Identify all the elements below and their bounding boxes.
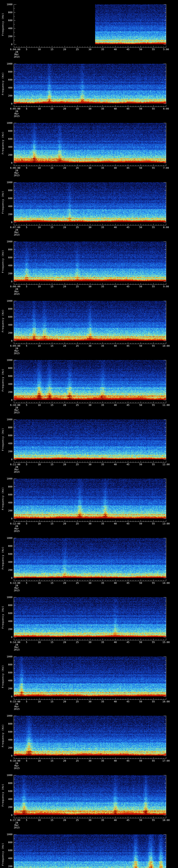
y-axis-tick-label: 200 — [0, 806, 12, 808]
y-axis-tick-label: 0 — [0, 340, 12, 342]
x-axis-tick-label: 10 — [38, 760, 41, 762]
x-axis-date-year: 2015 — [10, 471, 23, 473]
y-axis-tick-label: 400 — [0, 87, 12, 89]
x-axis-end-time: 8:00 — [163, 226, 169, 228]
x-axis-tick-label: 25 — [76, 700, 79, 703]
x-axis-tick-label: 30 — [88, 167, 91, 169]
x-axis-tick-label: 50 — [139, 345, 142, 347]
x-axis-tick-label: 5 — [26, 463, 27, 466]
x-axis-tick-label: 15 — [51, 819, 53, 821]
x-axis-tick-label: 15 — [51, 404, 53, 406]
x-axis-tick-label: 20 — [63, 582, 66, 584]
y-axis-tick-label: 600 — [0, 790, 12, 792]
y-axis-title: Frequency (Hz) — [1, 309, 4, 332]
y-axis-tick-label: 1000 — [0, 240, 12, 243]
x-axis-date-year: 2015 — [10, 530, 23, 532]
x-axis-tick-label: 45 — [126, 700, 129, 703]
spectrogram-panel: Frequency (Hz) 1000800600400200051015202… — [0, 0, 178, 59]
x-axis-tick-label: 15 — [51, 700, 53, 703]
x-axis-tick-label: 35 — [101, 463, 104, 466]
x-axis-date-day: 28 — [10, 406, 23, 409]
x-axis-tick-label: 50 — [139, 760, 142, 762]
x-axis-tick-label: 55 — [152, 819, 155, 821]
spectrogram-panel: Frequency (Hz) 1000800600400200051015202… — [0, 711, 178, 771]
x-axis-start-time: 6:05:00 — [10, 107, 20, 110]
x-axis-tick-label: 55 — [152, 641, 155, 643]
x-axis-tick-label: 15 — [51, 107, 53, 110]
y-axis-tick-label: 600 — [0, 612, 12, 614]
x-axis-tick-label: 10 — [38, 345, 41, 347]
y-axis-tick-label: 400 — [0, 383, 12, 385]
x-axis-date-year: 2015 — [10, 648, 23, 651]
x-axis-start-time: 6:17:00 — [10, 819, 20, 821]
spectrogram-panel: Frequency (Hz) 1000800600400200051015202… — [0, 593, 178, 652]
x-axis-tick-label: 10 — [38, 226, 41, 228]
y-axis-tick-label: 0 — [0, 162, 12, 164]
spectrogram-panel: Frequency (Hz) 1000800600400200051015202… — [0, 652, 178, 712]
x-axis-date-day: 28 — [10, 229, 23, 231]
x-axis-tick-label: 50 — [139, 107, 142, 110]
x-axis-start-time: 6:07:00 — [10, 226, 20, 228]
x-axis-date-month: Mar — [10, 765, 23, 767]
x-axis-date-day: 28 — [10, 288, 23, 290]
y-axis-tick-label: 0 — [0, 221, 12, 223]
x-axis-start-time: 6:15:00 — [10, 700, 20, 703]
x-axis-date-day: 28 — [10, 644, 23, 646]
x-axis-tick-label: 45 — [126, 345, 129, 347]
x-axis-tick-label: 45 — [126, 760, 129, 762]
x-axis-tick-label: 50 — [139, 641, 142, 643]
x-axis-date-year: 2015 — [10, 234, 23, 236]
x-axis-date-month: Mar — [10, 290, 23, 293]
x-axis-tick-label: 50 — [139, 167, 142, 169]
x-axis-tick-label: 50 — [139, 700, 142, 703]
y-axis-tick-label: 1000 — [0, 537, 12, 539]
x-axis-tick-label: 20 — [63, 760, 66, 762]
x-axis-tick-label: 20 — [63, 107, 66, 110]
y-axis-tick-label: 600 — [0, 553, 12, 555]
y-axis-tick-label: 800 — [0, 722, 12, 725]
y-axis-tick-label: 0 — [0, 814, 12, 816]
spectrogram-panel: Frequency (Hz) 1000800600400200051015202… — [0, 415, 178, 474]
x-axis-tick-label: 40 — [114, 522, 117, 525]
x-axis-tick-label: 10 — [38, 819, 41, 821]
y-axis-tick-label: 400 — [0, 679, 12, 682]
x-axis-date-year: 2015 — [10, 826, 23, 829]
spectrogram-panel: Frequency (Hz) 1000800600400200051015202… — [0, 119, 178, 178]
spectrogram-panel: Frequency (Hz) 1000800600400200051015202… — [0, 59, 178, 119]
x-axis-date-month: Mar — [10, 231, 23, 234]
x-axis-tick-label: 50 — [139, 522, 142, 525]
y-axis-tick-label: 600 — [0, 79, 12, 81]
y-axis-tick-label: 0 — [0, 458, 12, 461]
y-axis-tick-label: 600 — [0, 197, 12, 199]
x-axis-tick-label: 25 — [76, 463, 79, 466]
x-axis-tick-label: 40 — [114, 226, 117, 228]
x-axis-tick-label: 55 — [152, 285, 155, 288]
x-axis-tick-label: 15 — [51, 345, 53, 347]
y-axis-tick-label: 400 — [0, 798, 12, 800]
x-axis-date-day: 28 — [10, 110, 23, 113]
x-axis-end-time: 10:00 — [162, 345, 170, 347]
spectrogram-panel: Frequency (Hz) 1000800600400200051015202… — [0, 297, 178, 356]
y-axis-tick-label: 200 — [0, 94, 12, 97]
x-axis-tick-label: 55 — [152, 582, 155, 584]
x-axis-date-day: 28 — [10, 584, 23, 587]
x-axis-date-day: 28 — [10, 466, 23, 468]
y-axis-title: Frequency (Hz) — [1, 131, 4, 154]
x-axis-date-month: Mar — [10, 468, 23, 471]
x-axis-end-time: 18:00 — [162, 819, 170, 821]
y-axis-tick-label: 400 — [0, 27, 12, 30]
y-axis-title: Frequency (Hz) — [1, 665, 4, 688]
x-axis-tick-label: 15 — [51, 463, 53, 466]
x-axis-end-time: 5:00 — [163, 48, 169, 51]
spectrogram-panel: Frequency (Hz) 1000800600400200051015202… — [0, 356, 178, 415]
x-axis-tick-label: 40 — [114, 641, 117, 643]
x-axis-tick-label: 35 — [101, 285, 104, 288]
x-axis-tick-label: 5 — [26, 48, 27, 51]
y-axis-tick-label: 800 — [0, 308, 12, 310]
x-axis-date-month: Mar — [10, 824, 23, 826]
x-axis-tick-label: 25 — [76, 522, 79, 525]
y-axis-tick-label: 200 — [0, 272, 12, 275]
x-axis-start-time: 6:11:00 — [10, 463, 20, 466]
y-axis-title: Frequency (Hz) — [1, 843, 4, 866]
x-axis-date-month: Mar — [10, 113, 23, 115]
